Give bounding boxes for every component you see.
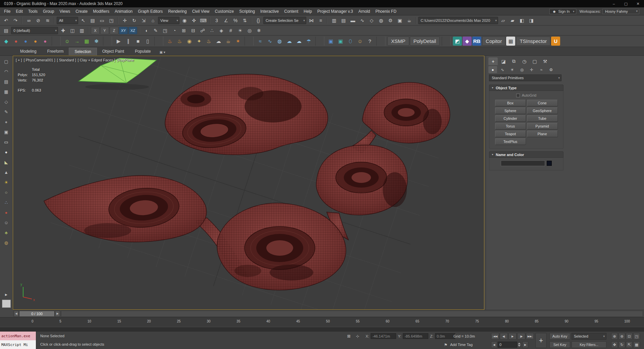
arc-icon[interactable]: ◠ [2,68,11,76]
menu-item-modifiers[interactable]: Modifiers [90,7,112,15]
stats-app-icon[interactable]: ▦ [506,37,515,46]
render-production-icon[interactable]: ☕ [405,16,414,25]
keyboard-shortcut-override-icon[interactable]: ⌨ [199,16,208,25]
geometry-category-icon[interactable]: ● [488,66,497,73]
ribbon-config-dropdown[interactable]: ▣ ▾ [156,49,169,55]
light-toggle-icon[interactable]: ☀ [236,26,245,35]
lights-category-icon[interactable]: ☀ [508,66,517,73]
pencil-icon[interactable]: ✎ [2,108,11,116]
lattice-icon[interactable]: ◇ [2,98,11,106]
name-color-header[interactable]: Name and Color [489,151,564,158]
modify-tab[interactable]: ◪ [499,57,508,65]
minimize-button[interactable]: – [608,0,620,7]
ocean-icon[interactable]: ≈ [256,37,265,46]
sphere-gray-icon[interactable]: ● [2,118,11,126]
zoom-region-icon[interactable]: ◳ [633,333,640,340]
next-key-button[interactable]: ▶ [522,341,528,348]
menu-item-interactive[interactable]: Interactive [258,7,281,15]
selection-lock-icon[interactable]: ⊠ [345,333,352,340]
uranium-button[interactable]: U [551,37,560,46]
ribbon-toggle-icon[interactable]: ▬ [348,16,357,25]
menu-item-content[interactable]: Content [281,7,301,15]
constraint-y-button[interactable]: Y [100,27,109,34]
frame-spinner[interactable] [518,342,522,348]
select-and-rotate-icon[interactable]: ↻ [130,16,139,25]
menu-item-graph-editors[interactable]: Graph Editors [135,7,165,15]
object-type-torus[interactable]: Torus [495,123,526,130]
camera-toggle-icon[interactable]: ◎ [245,26,254,35]
object-type-geosphere[interactable]: GeoSphere [527,107,558,114]
xsmp-button[interactable]: XSMP [387,37,409,46]
open-container-icon[interactable]: ◧ [518,16,526,25]
figure-icon[interactable]: ☺ [2,219,11,227]
new-folder-icon[interactable]: ▰ [508,16,517,25]
scene-explorer-icon[interactable]: ▤ [2,26,10,35]
y-coordinate-field[interactable]: -85.6498m [403,333,428,339]
sign-in-button[interactable]: ☻ Sign In [549,9,576,14]
object-type-textplus[interactable]: TextPlus [495,138,526,145]
autogrid-checkbox[interactable] [516,94,520,97]
phoenix-candle-icon[interactable]: ♨ [204,37,213,46]
zoom-extents-icon[interactable]: ⊡ [626,333,633,340]
sphere-white-icon[interactable]: ● [2,148,11,156]
teal-app-icon[interactable]: ◩ [453,37,462,46]
rain-icon[interactable]: ☂ [304,37,313,46]
viewport-layout-icon[interactable]: ▦ [633,341,640,348]
systems-category-icon[interactable]: ⚙ [547,66,555,73]
z-coordinate-field[interactable]: 0.0m [435,333,455,339]
manipulator-icon[interactable]: ◖ [142,26,151,35]
flow-arrow-icon[interactable]: → [72,37,82,46]
constraint-x-button[interactable]: X [91,27,100,34]
menu-item-customize[interactable]: Customize [212,7,237,15]
set-keys-button[interactable]: + [535,333,547,348]
project-path-dropdown[interactable]: C:\Users\20122\Documents\3ds Max 2020 [418,17,498,24]
object-type-teapot[interactable]: Teapot [495,131,526,137]
measure-icon[interactable]: # [226,26,235,35]
schematic-view-icon[interactable]: ◇ [367,16,376,25]
snowflake-icon[interactable]: ❄ [92,37,101,46]
menu-item-animation[interactable]: Animation [112,7,135,15]
plugin-sphere-red-icon[interactable]: ● [11,37,20,46]
menu-item-arnold[interactable]: Arnold [356,7,373,15]
layer-dropdown[interactable]: 0 (default) [11,27,58,34]
clover-icon[interactable]: ♣ [2,229,11,237]
menu-item-file[interactable]: File [1,7,13,15]
purple-app-icon[interactable]: ◆ [463,37,472,46]
go-to-start-button[interactable]: |◀◀ [491,333,499,340]
listener-output[interactable]: actionMan.exe [0,332,36,340]
scatter-icon[interactable]: ∴ [2,199,11,206]
help-icon[interactable]: ? [365,37,374,46]
character-icon[interactable]: ☺ [356,37,365,46]
zoom-all-icon[interactable]: ⊛ [619,333,625,340]
quick-align-icon[interactable]: ⊟ [189,26,198,35]
constraint-z-button[interactable]: Z [110,27,118,34]
phoenix-fire-icon[interactable]: ♨ [165,37,174,46]
time-slider-track[interactable] [61,311,643,317]
time-slider-handle[interactable]: 0 / 100 [19,311,55,317]
track-bar[interactable]: 0510152025303540455055606570758085909510… [0,317,644,331]
clone-align-icon[interactable]: ◈ [217,26,226,35]
ring-icon[interactable]: ○ [2,189,11,196]
previous-key-button[interactable]: ◀ [491,341,497,348]
prev-frame-button[interactable]: ◀| [500,333,508,340]
listener-input[interactable]: MAXScript Mi [0,340,36,349]
ribbon-tab-freeform[interactable]: Freeform [42,48,69,55]
tsinspector-button[interactable]: TSInspector [516,37,550,46]
zoom-icon[interactable]: ⊕ [611,333,618,340]
maximize-viewport-icon[interactable]: ⇱ [626,341,633,348]
key-filters-button[interactable]: Key Filters... [572,341,606,348]
phoenix-splash-icon[interactable]: ✦ [195,37,204,46]
rendered-frame-icon[interactable]: ▣ [395,16,404,25]
object-type-header[interactable]: Object Type [489,85,564,91]
object-type-cone[interactable]: Cone [527,100,558,106]
percent-snap-icon[interactable]: % [231,16,240,25]
spacewarps-category-icon[interactable]: ≈ [537,66,546,73]
viewport-label-rayplane[interactable]: {RayPlane [117,58,134,62]
plane-icon[interactable]: ▭ [2,138,11,146]
save-container-icon[interactable]: ◨ [527,16,536,25]
phoenix-teapot-icon[interactable]: ☕ [224,37,233,46]
blue-box-icon[interactable]: ▣ [326,37,335,46]
absolute-mode-icon[interactable]: ⊹ [354,333,361,340]
copitor-button[interactable]: Copitor [482,37,505,46]
teal-box-icon[interactable]: ▣ [336,37,345,46]
